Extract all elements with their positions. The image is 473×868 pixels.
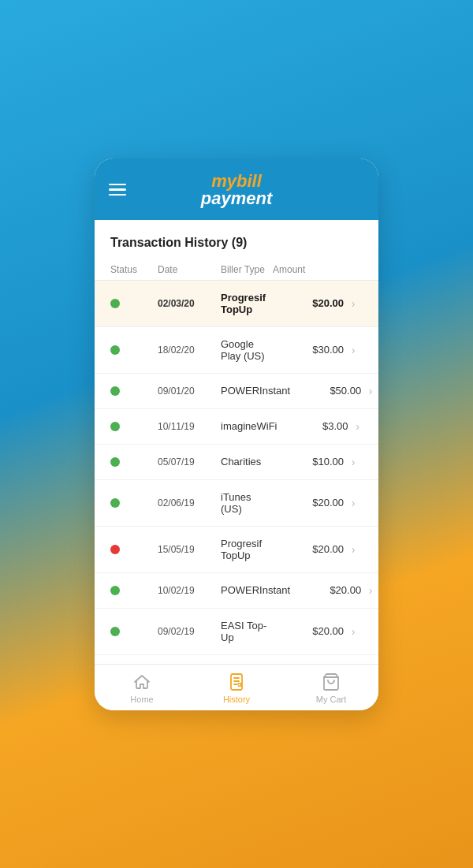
phone-container: my bill payment Transaction History (9) …: [95, 158, 378, 710]
status-cell: [110, 345, 158, 355]
status-dot: [110, 457, 120, 467]
chevron-right-icon: ›: [344, 625, 363, 638]
biller-cell: Google Play (US): [221, 338, 273, 362]
amount-cell: $3.00: [277, 420, 348, 432]
amount-cell: $30.00: [273, 344, 344, 356]
col-biller-header: Biller Type: [221, 264, 273, 275]
table-row[interactable]: 09/02/19 EASI Top-Up $20.00 ›: [95, 609, 378, 655]
chevron-right-icon: ›: [344, 456, 363, 468]
logo-payment-text: payment: [201, 190, 272, 207]
transactions-list: 02/03/20 Progresif TopUp $20.00 › 18/02/…: [95, 281, 378, 655]
biller-cell: iTunes (US): [221, 491, 273, 515]
amount-cell: $50.00: [290, 385, 361, 397]
table-row[interactable]: 02/03/20 Progresif TopUp $20.00 ›: [95, 281, 378, 327]
logo-my-text: my: [211, 173, 236, 190]
amount-cell: $20.00: [290, 584, 361, 596]
bottom-nav: Home History My Car: [95, 664, 378, 710]
biller-cell: EASI Top-Up: [221, 620, 273, 643]
date-cell: 10/11/19: [158, 421, 221, 432]
amount-cell: $20.00: [273, 543, 344, 555]
status-dot: [110, 586, 120, 595]
nav-home-label: Home: [130, 695, 153, 704]
amount-cell: $20.00: [273, 297, 344, 309]
chevron-right-icon: ›: [344, 297, 363, 310]
svg-rect-0: [231, 674, 242, 690]
app-logo: my bill payment: [201, 173, 272, 207]
date-cell: 02/06/19: [158, 497, 221, 509]
chevron-right-icon: ›: [344, 543, 363, 556]
amount-cell: $20.00: [273, 497, 344, 509]
page-title: Transaction History (9): [95, 220, 378, 259]
status-dot: [110, 422, 120, 431]
home-icon: [132, 672, 151, 691]
table-header: Status Date Biller Type Amount: [95, 259, 378, 281]
table-row[interactable]: 02/06/19 iTunes (US) $20.00 ›: [95, 480, 378, 527]
status-cell: [110, 422, 158, 431]
col-action-header: [344, 264, 363, 275]
chevron-right-icon: ›: [344, 344, 363, 356]
chevron-right-icon: ›: [348, 420, 367, 433]
table-row[interactable]: 10/11/19 imagineWiFi $3.00 ›: [95, 409, 378, 445]
status-cell: [110, 627, 158, 636]
status-cell: [110, 545, 158, 554]
date-cell: 15/05/19: [158, 544, 221, 555]
table-row[interactable]: 05/07/19 Charities $10.00 ›: [95, 445, 378, 480]
nav-item-home[interactable]: Home: [95, 665, 189, 710]
nav-item-history[interactable]: History: [189, 665, 284, 710]
biller-cell: Charities: [221, 456, 273, 468]
chevron-right-icon: ›: [361, 584, 378, 597]
biller-cell: imagineWiFi: [221, 420, 277, 432]
chevron-right-icon: ›: [344, 497, 363, 509]
main-content: Transaction History (9) Status Date Bill…: [95, 220, 378, 664]
col-date-header: Date: [158, 264, 221, 275]
header: my bill payment: [95, 158, 378, 220]
status-dot: [110, 345, 120, 355]
app-card: my bill payment Transaction History (9) …: [95, 158, 378, 710]
hamburger-menu-icon[interactable]: [109, 184, 126, 196]
biller-cell: POWERInstant: [221, 385, 290, 397]
date-cell: 09/02/19: [158, 626, 221, 637]
table-row[interactable]: 18/02/20 Google Play (US) $30.00 ›: [95, 327, 378, 374]
status-cell: [110, 498, 158, 508]
nav-item-cart[interactable]: My Cart: [284, 665, 378, 710]
date-cell: 02/03/20: [158, 298, 221, 309]
table-row[interactable]: 15/05/19 Progresif TopUp $20.00 ›: [95, 527, 378, 573]
col-amount-header: Amount: [273, 264, 344, 275]
status-dot: [110, 627, 120, 636]
biller-cell: Progresif TopUp: [221, 538, 273, 561]
nav-cart-label: My Cart: [316, 695, 347, 704]
date-cell: 05/07/19: [158, 456, 221, 468]
nav-history-label: History: [223, 695, 250, 704]
status-cell: [110, 386, 158, 396]
cart-icon: [322, 672, 341, 691]
table-row[interactable]: 09/01/20 POWERInstant $50.00 ›: [95, 374, 378, 409]
date-cell: 10/02/19: [158, 585, 221, 596]
status-dot: [110, 299, 120, 308]
status-cell: [110, 457, 158, 467]
chevron-right-icon: ›: [361, 385, 378, 397]
table-row[interactable]: 10/02/19 POWERInstant $20.00 ›: [95, 573, 378, 609]
col-status-header: Status: [110, 264, 158, 275]
history-icon: [227, 672, 246, 691]
status-cell: [110, 586, 158, 595]
biller-cell: Progresif TopUp: [221, 292, 273, 315]
date-cell: 18/02/20: [158, 345, 221, 356]
status-cell: [110, 299, 158, 308]
biller-cell: POWERInstant: [221, 584, 290, 596]
logo-bill-text: bill: [236, 173, 262, 190]
amount-cell: $20.00: [273, 625, 344, 637]
status-dot: [110, 545, 120, 554]
status-dot: [110, 386, 120, 396]
amount-cell: $10.00: [273, 456, 344, 468]
status-dot: [110, 498, 120, 508]
date-cell: 09/01/20: [158, 386, 221, 397]
